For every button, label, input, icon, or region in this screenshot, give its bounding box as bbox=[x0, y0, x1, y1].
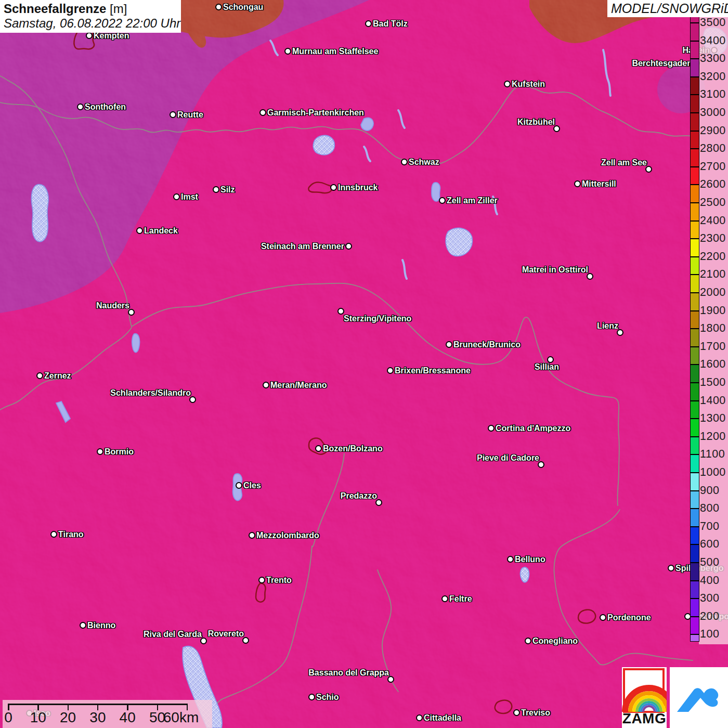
title-datetime: Samstag, 06.08.2022 22:00 Uhr bbox=[4, 16, 180, 31]
title-box: Schneefallgrenze [m] Samstag, 06.08.2022… bbox=[0, 0, 181, 33]
lake-santa-giustina bbox=[233, 474, 242, 500]
snowgrid-map-page: SchongauBad TölzKemptenMurnau am Staffel… bbox=[0, 0, 728, 728]
mountain-cloud-icon bbox=[670, 667, 728, 728]
hillshade-texture bbox=[0, 0, 728, 728]
lake-forggensee bbox=[31, 185, 48, 242]
lake-santa-croce bbox=[521, 567, 529, 582]
colorbar-label-background bbox=[699, 17, 728, 644]
scale-bar: 0102030405060km bbox=[3, 700, 212, 728]
lake-tegernsee bbox=[432, 183, 440, 201]
title-text: Schneefallgrenze bbox=[4, 2, 106, 16]
model-label: MODEL/SNOWGRiD bbox=[607, 0, 728, 17]
map-canvas bbox=[0, 0, 728, 728]
lake-staffelsee bbox=[313, 135, 334, 154]
zamg-logo: ZAMG bbox=[622, 667, 667, 728]
zamg-logo-text: ZAMG bbox=[622, 710, 667, 727]
scale-bar-label: 60km bbox=[163, 709, 226, 726]
page-title: Schneefallgrenze [m] bbox=[4, 1, 127, 16]
title-unit: [m] bbox=[110, 2, 127, 16]
lake-achensee bbox=[446, 228, 472, 256]
snowgrid-logo bbox=[670, 667, 728, 728]
lake-reschensee bbox=[132, 334, 140, 353]
